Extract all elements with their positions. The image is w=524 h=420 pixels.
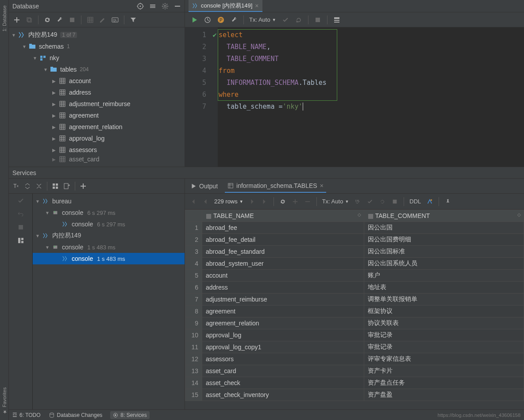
- layout-icon[interactable]: [17, 237, 24, 244]
- target-icon[interactable]: [137, 3, 144, 10]
- rows-info[interactable]: 229 rows ▼: [212, 198, 245, 205]
- table-row[interactable]: 11approval_log_copy1审批记录: [185, 341, 524, 353]
- table-node[interactable]: ▶assessors: [9, 144, 185, 156]
- table-row[interactable]: 8agreement框架协议: [185, 305, 524, 317]
- duplicate-button[interactable]: [24, 15, 35, 25]
- table-row[interactable]: 5account账户: [185, 270, 524, 282]
- filter-button[interactable]: [128, 15, 139, 25]
- ql-button[interactable]: QL: [110, 15, 120, 25]
- prev-page-button[interactable]: [200, 196, 211, 207]
- next-page-button[interactable]: [247, 196, 258, 207]
- close-icon[interactable]: ×: [255, 2, 258, 9]
- services-tree[interactable]: ▼bureau▼console6 s 297 msconsole6 s 297 …: [33, 194, 185, 409]
- column-table-name[interactable]: ▦TABLE_NAME◇: [202, 210, 364, 222]
- edit-button[interactable]: [97, 15, 108, 25]
- gear-icon[interactable]: [162, 3, 169, 10]
- table-row[interactable]: 2abroad_fee_detail因公出国费明细: [185, 234, 524, 246]
- svg-rect-23: [60, 147, 65, 153]
- remove-row-button[interactable]: [302, 196, 313, 207]
- add-config-button[interactable]: [62, 181, 72, 191]
- bottom-todo[interactable]: ☲6: TODO: [12, 412, 41, 418]
- add-row-button[interactable]: [290, 196, 301, 207]
- output-tab[interactable]: Output: [188, 180, 220, 192]
- add-button[interactable]: [78, 181, 89, 191]
- commit-button[interactable]: [365, 196, 375, 207]
- gutter-database[interactable]: 1: Database: [2, 4, 7, 33]
- rollback-button[interactable]: [293, 14, 304, 26]
- stop-icon[interactable]: [17, 224, 24, 231]
- table-row[interactable]: 14asset_check资产盘点任务: [185, 377, 524, 389]
- explain-button[interactable]: P: [215, 14, 227, 26]
- collapse-icon[interactable]: [149, 3, 156, 10]
- collapse-button[interactable]: [34, 181, 44, 191]
- minimize-icon[interactable]: [174, 3, 181, 10]
- layout-button[interactable]: [331, 14, 343, 26]
- tables-node[interactable]: ▼ tables 204: [9, 64, 185, 75]
- table-node[interactable]: ▶adjustment_reimburse: [9, 98, 185, 110]
- services-tree-item[interactable]: ▼bureau: [33, 195, 185, 207]
- column-table-comment[interactable]: ▦TABLE_COMMENT◇: [364, 210, 524, 222]
- code-editor[interactable]: 1234567 ✔ select TABLE_NAME, TABLE_COMME…: [185, 27, 524, 167]
- commit-button[interactable]: [280, 14, 291, 26]
- svg-rect-40: [21, 241, 23, 243]
- close-icon[interactable]: ×: [320, 182, 324, 189]
- wrench-button[interactable]: [228, 14, 240, 26]
- tx-button[interactable]: Tx: [11, 181, 21, 191]
- db-submit-button[interactable]: DB: [352, 196, 363, 207]
- history-button[interactable]: [202, 14, 213, 26]
- table-node[interactable]: ▶agreement: [9, 110, 185, 121]
- bottom-db-changes[interactable]: Database Changes: [49, 412, 103, 418]
- table-row[interactable]: 6address地址表: [185, 282, 524, 294]
- services-tree-item[interactable]: ▼console1 s 483 ms: [33, 241, 185, 253]
- schemas-node[interactable]: ▼ schemas 1: [9, 41, 185, 52]
- table-row[interactable]: 1abroad_fee因公出国: [185, 222, 524, 234]
- grid-layout-button[interactable]: [50, 181, 61, 191]
- stop-button[interactable]: [389, 196, 400, 207]
- first-page-button[interactable]: [188, 196, 198, 207]
- table-row[interactable]: 13asset_card资产卡片: [185, 365, 524, 377]
- table-row[interactable]: 9agreement_relation协议关联表: [185, 317, 524, 329]
- schema-node[interactable]: ▼ nky: [9, 52, 185, 64]
- database-tree[interactable]: ▼ 内控易149 1 of 7 ▼ schemas 1 ▼ nky: [9, 27, 185, 167]
- table-node[interactable]: ▶approval_log: [9, 133, 185, 144]
- grid-button[interactable]: [85, 15, 96, 25]
- results-table-wrap[interactable]: ▦TABLE_NAME◇ ▦TABLE_COMMENT◇ 1abroad_fee…: [185, 210, 524, 409]
- table-node[interactable]: ▶agreement_relation: [9, 121, 185, 133]
- editor-tab[interactable]: console [内控易149] ×: [189, 0, 262, 12]
- run-button[interactable]: [189, 14, 200, 26]
- last-page-button[interactable]: [259, 196, 270, 207]
- table-row[interactable]: 12assessors评审专家信息表: [185, 353, 524, 365]
- gutter-favorites[interactable]: ★Favorites: [1, 386, 7, 416]
- bottom-services[interactable]: 8: Services: [110, 411, 149, 419]
- services-tree-item[interactable]: console6 s 297 ms: [33, 218, 185, 230]
- rollback-button[interactable]: [377, 196, 388, 207]
- stop-button[interactable]: [312, 14, 324, 26]
- services-tree-item[interactable]: ▼console6 s 297 ms: [33, 207, 185, 218]
- expand-button[interactable]: [22, 181, 33, 191]
- check-icon[interactable]: [17, 197, 24, 204]
- table-row[interactable]: 15asset_check_inventory资产盘盈: [185, 389, 524, 401]
- undo-icon[interactable]: [17, 210, 24, 218]
- table-node[interactable]: ▶asset_card: [9, 156, 185, 163]
- refresh-button[interactable]: [42, 15, 53, 25]
- reload-button[interactable]: [277, 196, 288, 207]
- pin-button[interactable]: [443, 196, 453, 207]
- export-button[interactable]: [424, 196, 435, 207]
- connection-node[interactable]: ▼ 内控易149 1 of 7: [9, 29, 185, 41]
- table-node[interactable]: ▶account: [9, 75, 185, 87]
- table-row[interactable]: 7adjustment_reimburse调整单关联报销单: [185, 294, 524, 305]
- table-row[interactable]: 10approval_log审批记录: [185, 329, 524, 341]
- services-tree-item[interactable]: console1 s 483 ms: [33, 253, 185, 264]
- table-row[interactable]: 3abroad_fee_standard因公出国标准: [185, 246, 524, 258]
- stop-button[interactable]: [67, 15, 77, 25]
- services-tree-item[interactable]: ▼内控易149: [33, 230, 185, 241]
- result-tx-dropdown[interactable]: Tx: Auto ▼: [320, 198, 351, 205]
- wrench-button[interactable]: [54, 15, 65, 25]
- add-button[interactable]: [12, 15, 22, 25]
- result-tab[interactable]: information_schema.TABLES ×: [225, 179, 326, 193]
- table-row[interactable]: 4abroad_system_user因公出国系统人员: [185, 258, 524, 270]
- services-panel: Services Tx: [9, 167, 524, 409]
- ddl-button[interactable]: DDL: [408, 198, 423, 205]
- table-node[interactable]: ▶address: [9, 87, 185, 98]
- tx-mode-dropdown[interactable]: Tx: Auto ▼: [247, 16, 278, 23]
